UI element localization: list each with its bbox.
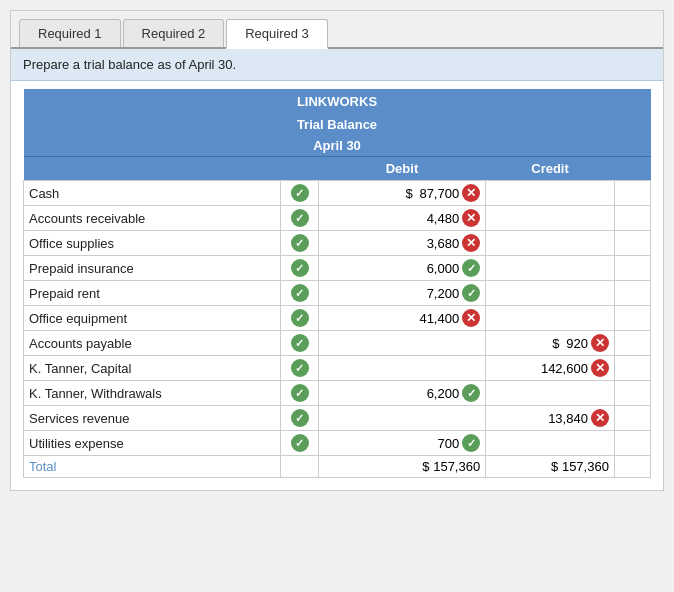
- table-row: Prepaid rent✓7,200✓: [24, 281, 651, 306]
- debit-value: 41,400: [419, 311, 459, 326]
- check-icon: ✓: [291, 309, 309, 327]
- check-icon: ✓: [291, 284, 309, 302]
- credit-cell: [486, 306, 615, 331]
- debit-value: 6,000: [427, 261, 460, 276]
- check-icon-cell: ✓: [281, 306, 318, 331]
- debit-cell: 4,480✕: [318, 206, 485, 231]
- credit-value: 142,600: [541, 361, 588, 376]
- debit-cell: [318, 331, 485, 356]
- account-name-cell: Prepaid rent: [24, 281, 281, 306]
- check-icon: ✓: [291, 409, 309, 427]
- trial-balance-table: LINKWORKS Trial Balance April 30 Debit C…: [23, 89, 651, 478]
- table-area: LINKWORKS Trial Balance April 30 Debit C…: [11, 81, 663, 490]
- total-row-body: Total $ 157,360 $ 157,360: [24, 456, 651, 478]
- check-icon-cell: ✓: [281, 181, 318, 206]
- debit-cell: 3,680✕: [318, 231, 485, 256]
- tab-bar: Required 1 Required 2 Required 3: [11, 11, 663, 49]
- credit-value: 13,840: [548, 411, 588, 426]
- check-icon: ✓: [291, 334, 309, 352]
- title-row: Trial Balance: [24, 114, 651, 135]
- col-debit-header: Debit: [318, 157, 485, 181]
- table-row: Accounts receivable✓4,480✕: [24, 206, 651, 231]
- instruction-bar: Prepare a trial balance as of April 30.: [11, 49, 663, 81]
- total-debit-value: 157,360: [433, 459, 480, 474]
- credit-cell: [486, 381, 615, 406]
- credit-cell: [486, 206, 615, 231]
- debit-x-icon[interactable]: ✕: [462, 184, 480, 202]
- debit-check-icon: ✓: [462, 384, 480, 402]
- extra-cell: [614, 306, 650, 331]
- account-name-cell: Cash: [24, 181, 281, 206]
- total-debit: $ 157,360: [318, 456, 485, 478]
- main-container: Required 1 Required 2 Required 3 Prepare…: [10, 10, 664, 491]
- table-row: Utilities expense✓700✓: [24, 431, 651, 456]
- account-name-cell: Services revenue: [24, 406, 281, 431]
- debit-cell: $ 87,700✕: [318, 181, 485, 206]
- debit-x-icon[interactable]: ✕: [462, 234, 480, 252]
- check-icon: ✓: [291, 259, 309, 277]
- tab-required1[interactable]: Required 1: [19, 19, 121, 47]
- credit-cell: 142,600✕: [486, 356, 615, 381]
- debit-x-icon[interactable]: ✕: [462, 209, 480, 227]
- tab-required3[interactable]: Required 3: [226, 19, 328, 49]
- table-row: Cash✓$ 87,700✕: [24, 181, 651, 206]
- check-icon: ✓: [291, 359, 309, 377]
- table-row: Office equipment✓41,400✕: [24, 306, 651, 331]
- table-row: Services revenue✓13,840✕: [24, 406, 651, 431]
- total-credit-prefix: $: [551, 459, 558, 474]
- check-icon: ✓: [291, 184, 309, 202]
- tab-required2[interactable]: Required 2: [123, 19, 225, 47]
- credit-cell: [486, 431, 615, 456]
- extra-cell: [614, 381, 650, 406]
- company-name: LINKWORKS: [24, 89, 651, 114]
- account-name-cell: Accounts payable: [24, 331, 281, 356]
- debit-value: 6,200: [427, 386, 460, 401]
- table-row: Office supplies✓3,680✕: [24, 231, 651, 256]
- debit-check-icon: ✓: [462, 434, 480, 452]
- extra-cell: [614, 331, 650, 356]
- credit-value: 920: [566, 336, 588, 351]
- credit-x-icon[interactable]: ✕: [591, 334, 609, 352]
- debit-cell: 6,000✓: [318, 256, 485, 281]
- account-name-cell: Office equipment: [24, 306, 281, 331]
- check-icon-cell: ✓: [281, 331, 318, 356]
- company-header-row: LINKWORKS: [24, 89, 651, 114]
- check-icon-cell: ✓: [281, 206, 318, 231]
- table-row: Accounts payable✓$ 920✕: [24, 331, 651, 356]
- extra-cell: [614, 181, 650, 206]
- extra-cell: [614, 356, 650, 381]
- debit-cell: [318, 356, 485, 381]
- debit-check-icon: ✓: [462, 284, 480, 302]
- date-row: April 30: [24, 135, 651, 157]
- data-rows: Cash✓$ 87,700✕Accounts receivable✓4,480✕…: [24, 181, 651, 456]
- extra-cell: [614, 206, 650, 231]
- extra-cell: [614, 281, 650, 306]
- extra-cell: [614, 431, 650, 456]
- credit-cell: [486, 281, 615, 306]
- credit-cell: $ 920✕: [486, 331, 615, 356]
- credit-x-icon[interactable]: ✕: [591, 359, 609, 377]
- credit-cell: [486, 181, 615, 206]
- col-credit-header: Credit: [486, 157, 615, 181]
- credit-prefix: $: [552, 336, 563, 351]
- col-header-row: Debit Credit: [24, 157, 651, 181]
- debit-value: 3,680: [427, 236, 460, 251]
- check-icon-cell: ✓: [281, 231, 318, 256]
- total-label: Total: [24, 456, 281, 478]
- total-credit: $ 157,360: [486, 456, 615, 478]
- credit-x-icon[interactable]: ✕: [591, 409, 609, 427]
- debit-cell: 7,200✓: [318, 281, 485, 306]
- debit-cell: 700✓: [318, 431, 485, 456]
- account-name-cell: Accounts receivable: [24, 206, 281, 231]
- debit-x-icon[interactable]: ✕: [462, 309, 480, 327]
- check-icon-cell: ✓: [281, 356, 318, 381]
- extra-cell: [614, 256, 650, 281]
- debit-check-icon: ✓: [462, 259, 480, 277]
- account-name-cell: Utilities expense: [24, 431, 281, 456]
- debit-value: 4,480: [427, 211, 460, 226]
- debit-cell: 6,200✓: [318, 381, 485, 406]
- credit-cell: 13,840✕: [486, 406, 615, 431]
- table-row: K. Tanner, Capital✓142,600✕: [24, 356, 651, 381]
- table-date: April 30: [24, 135, 651, 157]
- account-name-cell: K. Tanner, Capital: [24, 356, 281, 381]
